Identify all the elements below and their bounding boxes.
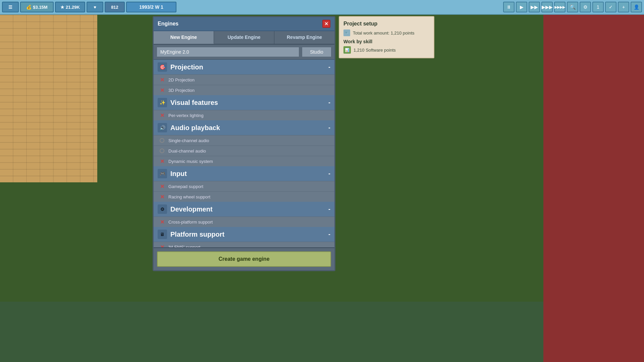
settings-button[interactable]: ⚙ bbox=[580, 2, 591, 12]
category-audio[interactable]: 🔊 Audio playback - bbox=[154, 120, 334, 135]
software-skill-row: 📊 1,210 Software points bbox=[343, 46, 430, 54]
racing-wheel-label: Racing wheel support bbox=[168, 194, 210, 199]
input-toggle: - bbox=[328, 170, 330, 177]
mems-x-icon: ✕ bbox=[160, 244, 164, 248]
feature-dual-audio[interactable]: Dual-channel audio bbox=[154, 145, 334, 156]
project-setup-title: Project setup bbox=[343, 21, 430, 27]
feature-vertex-lighting[interactable]: ✕ Per-vertex lighting bbox=[154, 110, 334, 120]
fans-icon: ★ bbox=[60, 5, 64, 10]
fastest-forward-button[interactable]: ▶▶▶▶ bbox=[554, 2, 566, 12]
close-button[interactable]: ✕ bbox=[322, 20, 330, 28]
category-development[interactable]: ⚙ Development - bbox=[154, 202, 334, 217]
tab-revamp-engine[interactable]: Revamp Engine bbox=[274, 31, 334, 44]
feature-cross-platform[interactable]: ✕ Cross-platform support bbox=[154, 217, 334, 227]
3d-proj-checkbox: ✕ bbox=[159, 87, 165, 93]
cross-platform-label: Cross-platform support bbox=[168, 220, 213, 225]
playback-controls: ⏸ ▶ ▶▶ ▶▶▶ ▶▶▶▶ 🔍 ⚙ 1 ✓ + 👤 bbox=[503, 2, 642, 12]
visual-label: Visual features bbox=[170, 99, 218, 107]
engine-name-input[interactable] bbox=[156, 47, 300, 57]
hearts-icon: ♥ bbox=[94, 5, 96, 10]
tabs-row: New Engine Update Engine Revamp Engine bbox=[154, 31, 334, 45]
audio-icon: 🔊 bbox=[158, 123, 167, 132]
platform-label: Platform support bbox=[170, 231, 224, 238]
profile-button[interactable]: 👤 bbox=[631, 2, 642, 12]
racing-wheel-checkbox: ✕ bbox=[159, 194, 165, 200]
tab-new-engine[interactable]: New Engine bbox=[154, 31, 214, 44]
projection-toggle: - bbox=[328, 64, 330, 71]
create-game-engine-button[interactable]: Create game engine bbox=[157, 251, 331, 267]
category-platform-left: 🖥 Platform support bbox=[158, 230, 224, 239]
dynamic-music-checkbox: ✕ bbox=[159, 158, 165, 164]
development-toggle: - bbox=[328, 206, 330, 213]
features-list: 🎯 Projection - ✕ 2D Projection ✕ 3D Proj… bbox=[154, 60, 334, 247]
search-button[interactable]: 🔍 bbox=[567, 2, 578, 12]
audio-label: Audio playback bbox=[170, 124, 220, 132]
menu-icon: ☰ bbox=[8, 5, 12, 10]
projection-icon: 🎯 bbox=[158, 62, 167, 72]
feature-2d-projection[interactable]: ✕ 2D Projection bbox=[154, 74, 334, 85]
category-audio-left: 🔊 Audio playback bbox=[158, 123, 220, 132]
category-platform[interactable]: 🖥 Platform support - bbox=[154, 227, 334, 242]
date-value: 1993/2 W 1 bbox=[139, 4, 163, 10]
development-icon: ⚙ bbox=[158, 204, 167, 214]
software-icon: 📊 bbox=[343, 46, 351, 54]
studio-button[interactable]: Studio bbox=[302, 47, 332, 57]
pause-button[interactable]: ⏸ bbox=[503, 2, 515, 12]
menu-button[interactable]: ☰ bbox=[2, 2, 19, 12]
money-value: $3.15M bbox=[33, 5, 47, 10]
feature-dynamic-music[interactable]: ✕ Dynamic music system bbox=[154, 156, 334, 166]
input-icon: 🎮 bbox=[158, 169, 167, 178]
hype-value: 812 bbox=[111, 5, 118, 10]
feature-racing-wheel[interactable]: ✕ Racing wheel support bbox=[154, 191, 334, 202]
tab-update-engine[interactable]: Update Engine bbox=[214, 31, 274, 44]
dynamic-music-x-icon: ✕ bbox=[160, 158, 164, 165]
engines-dialog: Engines ✕ New Engine Update Engine Revam… bbox=[153, 16, 335, 271]
fast-forward-button[interactable]: ▶▶ bbox=[529, 2, 540, 12]
input-label: Input bbox=[170, 170, 187, 178]
total-work-label: Total work amount: 1,210 points bbox=[353, 31, 415, 36]
fans-display: ★ 21.29K bbox=[55, 2, 85, 12]
platform-toggle: - bbox=[328, 231, 330, 238]
visual-toggle: - bbox=[328, 99, 330, 106]
check-button[interactable]: ✓ bbox=[605, 2, 616, 12]
single-audio-circle-icon bbox=[160, 138, 164, 143]
category-projection-left: 🎯 Projection bbox=[158, 62, 203, 72]
dual-audio-checkbox bbox=[159, 148, 165, 154]
date-display: 1993/2 W 1 bbox=[126, 2, 176, 12]
right-wall bbox=[543, 15, 644, 362]
category-visual-left: ✨ Visual features bbox=[158, 98, 218, 107]
dialog-title: Engines bbox=[158, 21, 178, 27]
2d-proj-x-icon: ✕ bbox=[160, 77, 164, 83]
hype-display: 812 bbox=[105, 2, 125, 12]
feature-3d-projection[interactable]: ✕ 3D Projection bbox=[154, 85, 334, 95]
category-input-left: 🎮 Input bbox=[158, 169, 187, 178]
cross-platform-checkbox: ✕ bbox=[159, 219, 165, 225]
3d-proj-label: 3D Projection bbox=[168, 88, 195, 93]
cross-platform-x-icon: ✕ bbox=[160, 219, 164, 225]
dynamic-music-label: Dynamic music system bbox=[168, 159, 213, 164]
category-input[interactable]: 🎮 Input - bbox=[154, 166, 334, 181]
work-by-skill-label: Work by skill bbox=[343, 39, 430, 44]
category-projection[interactable]: 🎯 Projection - bbox=[154, 60, 334, 74]
faster-forward-button[interactable]: ▶▶▶ bbox=[541, 2, 553, 12]
play-button[interactable]: ▶ bbox=[516, 2, 527, 12]
feature-single-audio[interactable]: Single-channel audio bbox=[154, 135, 334, 145]
money-icon: 💰 bbox=[26, 5, 32, 10]
projection-label: Projection bbox=[170, 63, 203, 71]
vertex-light-checkbox: ✕ bbox=[159, 112, 165, 118]
category-visual[interactable]: ✨ Visual features - bbox=[154, 95, 334, 110]
vertex-light-x-icon: ✕ bbox=[160, 112, 164, 119]
number-button[interactable]: 1 bbox=[592, 2, 604, 12]
software-points-label: 1,210 Software points bbox=[354, 48, 396, 53]
single-audio-checkbox bbox=[159, 137, 165, 143]
feature-gamepad[interactable]: ✕ Gamepad support bbox=[154, 181, 334, 191]
add-button[interactable]: + bbox=[618, 2, 629, 12]
feature-mems[interactable]: ✕ 'M-EMS' support bbox=[154, 242, 334, 247]
3d-proj-x-icon: ✕ bbox=[160, 87, 164, 94]
platform-icon: 🖥 bbox=[158, 230, 167, 239]
hearts-display: ♥ bbox=[87, 2, 103, 12]
total-work-row: 🔧 Total work amount: 1,210 points bbox=[343, 29, 430, 36]
fans-value: 21.29K bbox=[66, 5, 80, 10]
2d-proj-label: 2D Projection bbox=[168, 77, 195, 82]
gamepad-checkbox: ✕ bbox=[159, 183, 165, 189]
